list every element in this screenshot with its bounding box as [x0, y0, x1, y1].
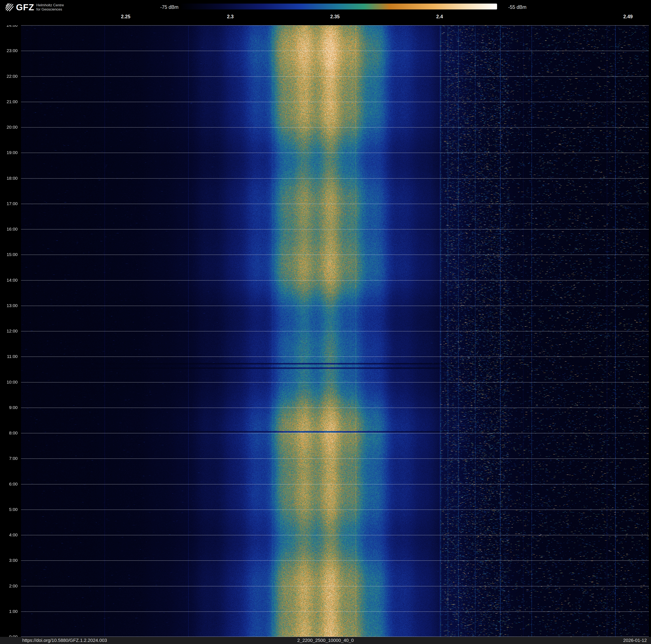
- footer-bar: https://doi.org/10.5880/GFZ.1.2.2024.003…: [0, 637, 651, 644]
- time-tick-label: 20:00: [6, 125, 18, 130]
- time-tick-label: 21:00: [6, 99, 18, 104]
- time-tick-label: 13:00: [6, 303, 18, 308]
- date-label: 2026-01-12: [623, 638, 647, 643]
- time-tick-label: 2:00: [9, 583, 18, 588]
- time-axis-labels: 24:0023:0022:0021:0020:0019:0018:0017:00…: [0, 0, 20, 644]
- time-tick-label: 5:00: [9, 507, 18, 512]
- frequency-tick-label: 2.3: [227, 14, 234, 20]
- time-tick-label: 23:00: [6, 48, 18, 53]
- time-tick-label: 1:00: [9, 609, 18, 614]
- time-tick-label: 22:00: [6, 74, 18, 79]
- spectrogram-canvas: [21, 25, 649, 637]
- time-tick-label: 7:00: [9, 456, 18, 461]
- time-tick-label: 18:00: [6, 176, 18, 181]
- frequency-tick-label: 2.25: [121, 14, 130, 20]
- time-tick-label: 14:00: [6, 277, 18, 283]
- time-tick-label: 12:00: [6, 328, 18, 333]
- time-tick-label: 10:00: [6, 380, 18, 385]
- frequency-axis-labels: 2.252.32.352.42.49: [0, 0, 651, 25]
- time-tick-label: 8:00: [9, 431, 18, 436]
- time-tick-label: 6:00: [9, 481, 18, 487]
- dataset-id: 2_2200_2500_10000_40_0: [297, 638, 354, 643]
- frequency-tick-label: 2.49: [623, 14, 633, 20]
- time-tick-label: 17:00: [6, 201, 18, 206]
- time-tick-label: 4:00: [9, 532, 18, 537]
- time-tick-label: 9:00: [9, 405, 18, 410]
- frequency-tick-label: 2.35: [330, 14, 340, 20]
- time-tick-label: 3:00: [9, 558, 18, 563]
- doi-link[interactable]: https://doi.org/10.5880/GFZ.1.2.2024.003: [22, 638, 107, 643]
- time-tick-label: 19:00: [6, 150, 18, 155]
- frequency-tick-label: 2.4: [436, 14, 443, 20]
- time-tick-label: 11:00: [7, 354, 18, 359]
- time-tick-label: 16:00: [6, 227, 18, 232]
- time-tick-label: 15:00: [6, 252, 18, 257]
